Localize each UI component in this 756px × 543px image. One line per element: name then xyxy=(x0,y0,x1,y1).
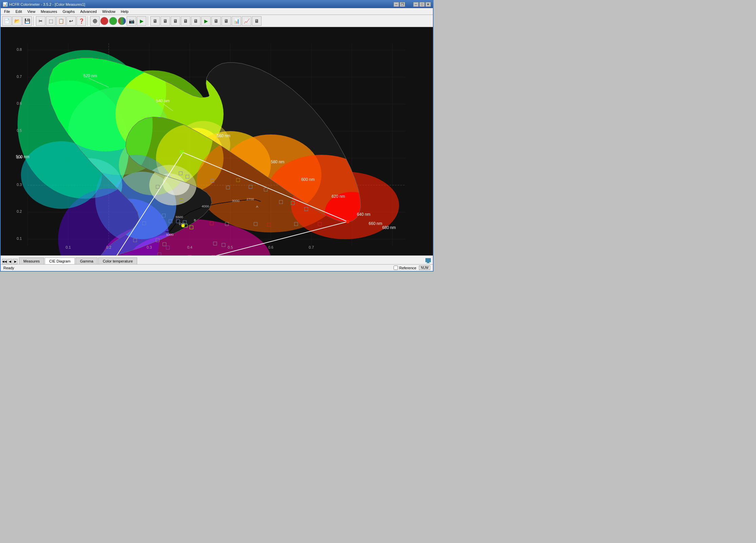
capture-button[interactable]: 📷 xyxy=(127,16,136,26)
wl-540: 540 nm xyxy=(156,99,170,103)
green-button[interactable] xyxy=(109,17,117,25)
y-label-07: 0.7 xyxy=(17,75,22,79)
graph2-button[interactable]: 📈 xyxy=(242,16,251,26)
titlebar-controls: ─ ❐ ─ □ ✕ xyxy=(394,2,431,7)
multi-button[interactable] xyxy=(118,17,126,25)
undo-button[interactable]: ↩ xyxy=(66,16,76,26)
close-btn[interactable]: ✕ xyxy=(425,2,431,7)
statusbar: Ready Reference NUM xyxy=(1,264,433,271)
num-lock-indicator: NUM xyxy=(419,266,430,270)
tab-next-btn[interactable]: ▶ xyxy=(13,259,18,264)
statusbar-right: Reference NUM xyxy=(394,266,430,270)
tab-color-temperature[interactable]: Color temperature xyxy=(98,257,137,264)
x-label-04: 0.4 xyxy=(187,245,192,249)
y-label-05: 0.5 xyxy=(17,128,22,132)
copy-button[interactable]: ⬚ xyxy=(46,16,56,26)
bb-9300: 9300 xyxy=(166,233,174,236)
display5-button[interactable]: 🖥 xyxy=(191,16,201,26)
measure-button[interactable]: ⊕ xyxy=(90,16,100,26)
menu-edit[interactable]: Edit xyxy=(13,8,25,15)
open-button[interactable]: 📂 xyxy=(12,16,22,26)
svg-rect-95 xyxy=(426,263,430,263)
save-button[interactable]: 💾 xyxy=(22,16,32,26)
x-label-02: 0.2 xyxy=(106,245,111,249)
menubar: File Edit View Measures Graphs Advanced … xyxy=(1,8,433,15)
display7-button[interactable]: 🖥 xyxy=(211,16,221,26)
display1-button[interactable]: 🖥 xyxy=(150,16,160,26)
tab-cie-diagram[interactable]: CIE Diagram xyxy=(45,257,75,264)
status-text: Ready xyxy=(3,266,14,270)
wl-500: 500 nm xyxy=(16,154,29,159)
wl-600: 600 nm xyxy=(301,177,315,182)
x-label-03: 0.3 xyxy=(147,245,152,249)
wl-680: 680 nm xyxy=(382,225,396,230)
minimize-btn[interactable]: ─ xyxy=(413,2,419,7)
display8-button[interactable]: 🖥 xyxy=(222,16,231,26)
display3-button[interactable]: 🖥 xyxy=(171,16,180,26)
svg-rect-93 xyxy=(425,258,431,262)
menu-graphs[interactable]: Graphs xyxy=(60,8,78,15)
play-button[interactable]: ▶ xyxy=(137,16,146,26)
reference-label: Reference xyxy=(399,266,416,270)
menu-advanced[interactable]: Advanced xyxy=(78,8,100,15)
bottom-tabs: ◀◀ ◀ ▶ Measures CIE Diagram Gamma Color … xyxy=(1,255,433,264)
sep2 xyxy=(87,16,89,26)
monitor-button[interactable]: 🖥 xyxy=(252,16,261,26)
bb-a: A xyxy=(256,205,258,208)
graph1-button[interactable]: 📊 xyxy=(232,16,241,26)
paste-button[interactable]: 📋 xyxy=(56,16,66,26)
display6-button[interactable]: ▶ xyxy=(201,16,211,26)
sep1 xyxy=(33,16,35,26)
app-window: 📊 HCFR Colorimeter - 3.5.2 - [Color Meas… xyxy=(0,0,434,272)
window-title: HCFR Colorimeter - 3.5.2 - [Color Measur… xyxy=(9,2,85,6)
inner-minimize-btn[interactable]: ─ xyxy=(394,2,399,7)
red-dot xyxy=(346,220,350,223)
red-button[interactable] xyxy=(100,17,108,25)
cut-button[interactable]: ✂ xyxy=(36,16,45,26)
menu-measures[interactable]: Measures xyxy=(38,8,60,15)
y-label-03: 0.3 xyxy=(17,183,22,187)
wl-560: 560 nm xyxy=(217,133,230,138)
reference-checkbox-container: Reference xyxy=(394,266,416,270)
help-button[interactable]: ❓ xyxy=(77,16,86,26)
app-icon: 📊 xyxy=(3,2,8,7)
x-label-05: 0.5 xyxy=(228,245,233,249)
y-label-02: 0.2 xyxy=(17,209,22,213)
y-label-06: 0.6 xyxy=(17,101,22,105)
menu-window[interactable]: Window xyxy=(100,8,118,15)
y-label-08: 0.8 xyxy=(17,47,22,51)
wl-520: 520 nm xyxy=(83,74,97,78)
bb-3000: 3000 xyxy=(232,199,240,203)
bb-2700: 2700 xyxy=(247,197,254,201)
tab-icon xyxy=(425,257,432,264)
toolbar: 📄 📂 💾 ✂ ⬚ 📋 ↩ ❓ ⊕ 📷 ▶ 🖥 🖥 🖥 🖥 🖥 ▶ 🖥 🖥 📊 … xyxy=(1,15,433,27)
menu-help[interactable]: Help xyxy=(118,8,131,15)
d65-point xyxy=(181,224,185,227)
wl-580: 580 nm xyxy=(271,160,285,164)
tab-measures[interactable]: Measures xyxy=(19,257,44,264)
display2-button[interactable]: 🖥 xyxy=(161,16,170,26)
tab-first-btn[interactable]: ◀◀ xyxy=(2,259,7,264)
y-label-01: 0.1 xyxy=(17,236,22,241)
tab-prev-btn[interactable]: ◀ xyxy=(7,259,12,264)
menu-file[interactable]: File xyxy=(1,8,13,15)
main-content: 0.8 0.7 0.6 0.5 0.4 0.3 0.2 0.1 0.1 0.2 … xyxy=(1,27,433,255)
menu-view[interactable]: View xyxy=(25,8,38,15)
titlebar-left: 📊 HCFR Colorimeter - 3.5.2 - [Color Meas… xyxy=(3,2,85,7)
x-label-06: 0.6 xyxy=(268,245,273,249)
cie-diagram: 0.8 0.7 0.6 0.5 0.4 0.3 0.2 0.1 0.1 0.2 … xyxy=(1,27,433,255)
sep3 xyxy=(148,16,149,26)
x-label-01: 0.1 xyxy=(66,245,71,249)
new-button[interactable]: 📄 xyxy=(2,16,12,26)
maximize-btn[interactable]: □ xyxy=(419,2,425,7)
titlebar: 📊 HCFR Colorimeter - 3.5.2 - [Color Meas… xyxy=(1,1,433,8)
bb-5500: 5500 xyxy=(175,215,183,219)
bb-b: B xyxy=(194,218,196,222)
tab-navigation: ◀◀ ◀ ▶ xyxy=(2,259,18,264)
display4-button[interactable]: 🖥 xyxy=(181,16,190,26)
reference-checkbox[interactable] xyxy=(394,266,398,270)
tab-gamma[interactable]: Gamma xyxy=(76,257,98,264)
inner-restore-btn[interactable]: ❐ xyxy=(400,2,405,7)
green-dot xyxy=(181,151,183,153)
wl-660: 660 nm xyxy=(369,221,382,226)
